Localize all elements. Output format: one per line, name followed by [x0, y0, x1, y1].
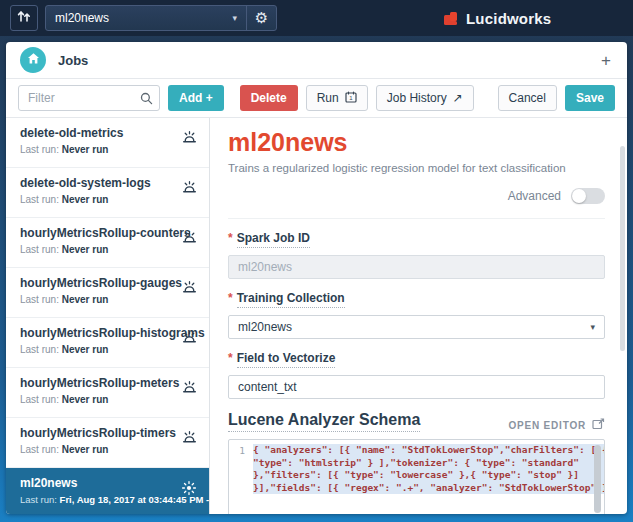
beacon-status-icon [182, 430, 197, 449]
advanced-toggle[interactable] [571, 188, 605, 204]
jobs-panel: Jobs + Add + Delete Run [6, 42, 627, 514]
beacon-status-icon [182, 280, 197, 299]
panel-body: delete-old-metrics Last run: Never run d… [6, 117, 627, 514]
project-dropdown[interactable]: ml20news ▾ [46, 6, 246, 30]
page-title: Jobs [58, 53, 88, 68]
code-line: }],"fields": [{ "regex": ".+", "analyzer… [253, 482, 605, 495]
run-button[interactable]: Run 1 [306, 85, 368, 111]
job-name: hourlyMetricsRollup-meters [20, 376, 182, 390]
code-line: { "analyzers": [{ "name": "StdTokLowerSt… [253, 444, 605, 457]
training-collection-value: ml20news [238, 320, 292, 334]
code-line: "type": "htmlstrip" } ],"tokenizer": { "… [253, 457, 605, 470]
training-collection-select[interactable]: ml20news ▾ [228, 315, 605, 339]
gear-icon: ⚙ [255, 9, 268, 27]
line-number-gutter: 1 [229, 440, 249, 514]
field-to-vectorize-label: Field to Vectorize [237, 351, 336, 368]
job-text: hourlyMetricsRollup-timers Last run: Nev… [20, 426, 182, 455]
chevron-down-icon: ▾ [232, 13, 237, 23]
job-last-run: Last run: Never run [20, 444, 182, 455]
sun-status-icon [181, 480, 197, 500]
switch-arrows-icon [16, 8, 32, 28]
brand-name: Lucidworks [466, 10, 551, 27]
spark-job-id-label: Spark Job ID [237, 231, 310, 248]
field-to-vectorize-input[interactable] [228, 375, 605, 399]
advanced-row: Advanced [228, 188, 605, 219]
filter-input[interactable] [18, 85, 160, 111]
job-last-run: Last run: Never run [20, 394, 182, 405]
job-name: delete-old-system-logs [20, 176, 182, 190]
field-to-vectorize-label-row: *Field to Vectorize [228, 351, 605, 368]
delete-button[interactable]: Delete [240, 85, 298, 111]
open-editor-link[interactable]: OPEN EDITOR [508, 418, 605, 432]
beacon-status-icon [182, 330, 197, 349]
required-asterisk: * [228, 291, 233, 305]
schema-label-row: Lucene Analyzer Schema OPEN EDITOR [228, 411, 605, 432]
spark-job-id-label-row: *Spark Job ID [228, 231, 605, 248]
svg-text:1: 1 [349, 95, 353, 101]
add-button[interactable]: Add + [168, 85, 224, 111]
job-text: ml20news Last run: Fri, Aug 18, 2017 at … [20, 476, 181, 505]
lucene-analyzer-schema-label: Lucene Analyzer Schema [228, 411, 420, 432]
required-asterisk: * [228, 231, 233, 245]
job-name: hourlyMetricsRollup-gauges [20, 276, 182, 290]
job-history-label: Job History [387, 91, 447, 105]
app-window: ml20news ▾ ⚙ Lucidworks [0, 0, 633, 522]
panel-header: Jobs + [6, 42, 627, 79]
project-selector-group: ml20news ▾ ⚙ [45, 5, 277, 31]
job-name: hourlyMetricsRollup-timers [20, 426, 182, 440]
settings-gear-button[interactable]: ⚙ [246, 6, 276, 30]
job-name: delete-old-metrics [20, 126, 182, 140]
job-list-item[interactable]: delete-old-system-logs Last run: Never r… [6, 168, 209, 218]
beacon-status-icon [182, 230, 197, 249]
code-line: },"filters": [{ "type": "lowercase" },{ … [253, 469, 605, 482]
job-list-item[interactable]: hourlyMetricsRollup-meters Last run: Nev… [6, 368, 209, 418]
job-name: hourlyMetricsRollup-histograms [20, 326, 182, 340]
job-text: hourlyMetricsRollup-meters Last run: Nev… [20, 376, 182, 405]
job-list-item[interactable]: hourlyMetricsRollup-timers Last run: Nev… [6, 418, 209, 468]
home-icon [27, 51, 40, 69]
training-collection-label: Training Collection [237, 291, 345, 308]
beacon-status-icon [182, 180, 197, 199]
open-editor-label: OPEN EDITOR [508, 420, 586, 431]
search-icon [140, 91, 153, 109]
home-button[interactable] [20, 47, 46, 73]
job-title: ml20news [228, 128, 605, 157]
spark-job-id-input[interactable] [228, 255, 605, 279]
job-list-item[interactable]: ml20news Last run: Fri, Aug 18, 2017 at … [6, 468, 209, 514]
lucidworks-logo-icon [443, 11, 458, 26]
job-list-item[interactable]: delete-old-metrics Last run: Never run [6, 118, 209, 168]
toolbar-right-group: Cancel Save [498, 85, 615, 111]
job-text: delete-old-metrics Last run: Never run [20, 126, 182, 155]
code-area: { "analyzers": [{ "name": "StdTokLowerSt… [249, 440, 605, 514]
editor-scrollbar[interactable] [594, 445, 601, 513]
job-last-run: Last run: Never run [20, 344, 182, 355]
job-list-item[interactable]: hourlyMetricsRollup-counters Last run: N… [6, 218, 209, 268]
add-job-plus-button[interactable]: + [601, 52, 611, 69]
job-last-run: Last run: Never run [20, 244, 182, 255]
app-switcher-button[interactable] [10, 5, 38, 31]
job-last-run: Last run: Never run [20, 194, 182, 205]
job-text: delete-old-system-logs Last run: Never r… [20, 176, 182, 205]
job-list-item[interactable]: hourlyMetricsRollup-histograms Last run:… [6, 318, 209, 368]
job-list-item[interactable]: hourlyMetricsRollup-gauges Last run: Nev… [6, 268, 209, 318]
job-last-run: Last run: Fri, Aug 18, 2017 at 03:44:45 … [20, 494, 181, 505]
save-button[interactable]: Save [565, 85, 615, 111]
job-detail-panel: ml20news Trains a regularized logistic r… [210, 118, 627, 514]
open-window-icon [592, 418, 605, 432]
training-collection-label-row: *Training Collection [228, 291, 605, 308]
lucene-schema-code-editor[interactable]: 1 { "analyzers": [{ "name": "StdTokLower… [228, 439, 605, 514]
job-history-button[interactable]: Job History ↗ [376, 85, 474, 111]
job-text: hourlyMetricsRollup-histograms Last run:… [20, 326, 182, 355]
filter-field-wrap [18, 85, 160, 111]
job-text: hourlyMetricsRollup-gauges Last run: Nev… [20, 276, 182, 305]
advanced-label: Advanced [508, 189, 561, 203]
toolbar: Add + Delete Run 1 Job History ↗ Cancel … [6, 79, 627, 117]
cancel-button[interactable]: Cancel [498, 85, 557, 111]
project-dropdown-value: ml20news [55, 11, 109, 25]
job-last-run: Last run: Never run [20, 294, 182, 305]
brand-logo: Lucidworks [443, 0, 551, 36]
external-link-icon: ↗ [453, 91, 463, 105]
detail-scrollbar[interactable] [620, 146, 625, 351]
required-asterisk: * [228, 351, 233, 365]
run-button-label: Run [317, 91, 339, 105]
